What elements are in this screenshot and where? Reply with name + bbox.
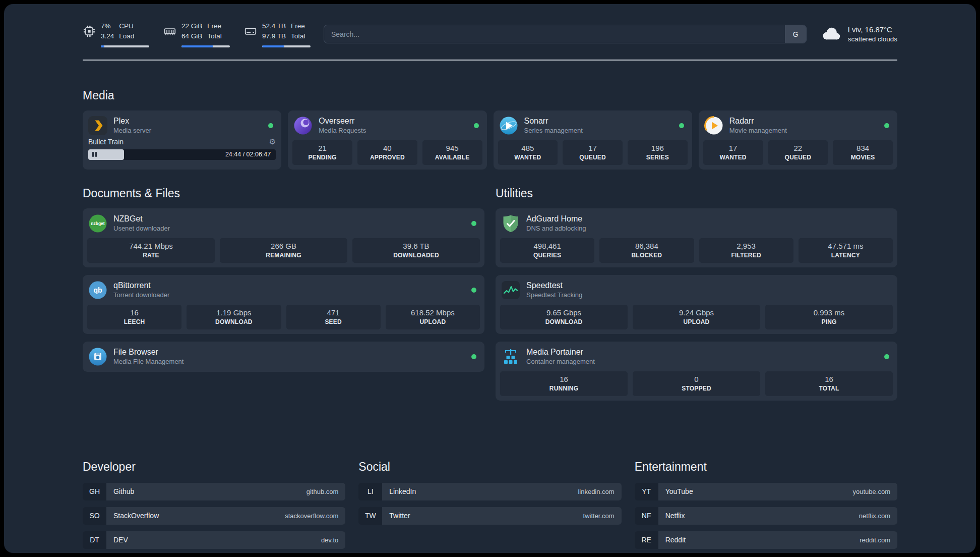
bookmark-github[interactable]: GH Github github.com (83, 483, 345, 500)
playback-progress-fill (88, 149, 124, 160)
memory-total-value: 64 GiB (181, 31, 202, 41)
service-subtitle: Media Requests (319, 127, 366, 134)
stat-remaining: 266 GB REMAINING (220, 238, 347, 263)
bookmark-abbr: YT (635, 483, 658, 500)
stat-wanted: 17 WANTED (703, 140, 763, 165)
section-title-developer: Developer (83, 460, 345, 474)
cpu-progress-fill (101, 45, 104, 47)
bookmark-domain: stackoverflow.com (285, 512, 338, 520)
gear-icon[interactable]: ⚙ (269, 138, 276, 145)
section-title-entertainment: Entertainment (635, 460, 897, 474)
bookmark-name: StackOverflow (113, 512, 159, 520)
status-dot (679, 123, 684, 128)
service-name: Sonarr (524, 117, 583, 126)
bookmark-youtube[interactable]: YT YouTube youtube.com (635, 483, 897, 500)
disk-icon (244, 25, 257, 38)
bookmark-name: Twitter (389, 512, 410, 520)
status-dot (884, 354, 889, 359)
status-dot (471, 221, 476, 226)
stat-queued: 17 QUEUED (563, 140, 623, 165)
adguard-icon (501, 214, 520, 233)
service-name: Overseerr (319, 117, 366, 126)
sonarr-icon (499, 116, 518, 135)
stat-pending: 21 PENDING (292, 140, 352, 165)
section-title-utilities: Utilities (496, 187, 897, 200)
stat-leech: 16 LEECH (87, 305, 181, 329)
topbar-divider (83, 60, 897, 61)
bookmark-abbr: RE (635, 531, 658, 549)
bookmark-name: Reddit (665, 536, 686, 544)
qbittorrent-icon: qb (88, 281, 107, 300)
bookmark-group-developer: Developer GH Github github.com SO StackO… (83, 460, 345, 553)
bookmark-name: YouTube (665, 487, 693, 495)
speedtest-icon (501, 281, 520, 300)
bookmark-abbr: DT (83, 531, 106, 549)
bookmark-abbr: LI (358, 483, 382, 500)
memory-progress-bar (181, 45, 230, 47)
service-card-adguard[interactable]: AdGuard Home DNS and adblocking 498,461 … (496, 208, 897, 267)
service-card-filebrowser[interactable]: File Browser Media File Management (83, 342, 484, 372)
disk-widget: 52.4 TB 97.9 TB Free Total (244, 21, 311, 47)
bookmark-netflix[interactable]: NF Netflix netflix.com (635, 507, 897, 525)
nzbget-icon: nzbget (88, 214, 107, 233)
service-subtitle: Usenet downloader (113, 225, 170, 232)
status-dot (884, 123, 889, 128)
service-card-speedtest[interactable]: Speedtest Speedtest Tracking 9.65 Gbps D… (496, 275, 897, 334)
service-card-radarr[interactable]: Radarr Movie management 17 WANTED 22 QUE… (699, 110, 897, 170)
service-card-sonarr[interactable]: Sonarr Series management 485 WANTED 17 Q… (494, 110, 692, 170)
service-card-portainer[interactable]: Media Portainer Container management 16 … (496, 342, 897, 401)
bookmark-twitter[interactable]: TW Twitter twitter.com (358, 507, 621, 525)
status-dot (471, 288, 476, 293)
service-subtitle: Series management (524, 127, 583, 134)
service-card-qbittorrent[interactable]: qb qBittorrent Torrent downloader (83, 275, 484, 334)
playback-time: 24:44 / 02:06:47 (225, 151, 271, 158)
svg-text:qb: qb (93, 286, 102, 294)
stat-rate: 744.21 Mbps RATE (87, 238, 215, 263)
top-bar: 7% 3.24 CPU Load (83, 4, 897, 47)
bookmark-dev[interactable]: DT DEV dev.to (83, 531, 345, 549)
service-card-nzbget[interactable]: nzbget NZBGet Usenet downloader 74 (83, 208, 484, 267)
search-engine-button[interactable]: G (785, 25, 806, 43)
section-title-media: Media (83, 89, 897, 102)
section-media: Media Plex Media server (83, 89, 897, 170)
bookmark-domain: netflix.com (859, 512, 890, 520)
bookmark-reddit[interactable]: RE Reddit reddit.com (635, 531, 897, 549)
bookmark-linkedin[interactable]: LI LinkedIn linkedin.com (358, 483, 621, 500)
stat-series: 196 SERIES (628, 140, 688, 165)
stat-approved: 40 APPROVED (357, 140, 417, 165)
search-input[interactable] (324, 25, 785, 43)
status-dot (471, 354, 476, 359)
stat-upload: 9.24 Gbps UPLOAD (633, 305, 760, 329)
weather-widget[interactable]: Lviv, 16.87°C scattered clouds (820, 25, 897, 43)
dashboard-page: 7% 3.24 CPU Load (4, 4, 976, 553)
memory-icon (163, 25, 176, 38)
stat-filtered: 2,953 FILTERED (699, 238, 793, 263)
service-subtitle: Media File Management (113, 358, 183, 365)
overseerr-icon (293, 116, 313, 135)
service-card-plex[interactable]: Plex Media server Bullet Train ⚙ (83, 110, 281, 170)
cpu-load-label: Load (119, 31, 134, 41)
stat-movies: 834 MOVIES (833, 140, 893, 165)
playback-progress-bar[interactable]: 24:44 / 02:06:47 (88, 149, 276, 160)
stat-available: 945 AVAILABLE (422, 140, 482, 165)
cpu-icon (83, 25, 96, 38)
service-subtitle: Speedtest Tracking (526, 291, 582, 299)
service-name: Radarr (729, 117, 787, 126)
section-documents: Documents & Files nzbget (83, 187, 484, 401)
bookmark-name: LinkedIn (389, 487, 416, 495)
memory-total-label: Total (207, 31, 222, 41)
section-title-documents: Documents & Files (83, 187, 484, 200)
stat-stopped: 0 STOPPED (633, 371, 760, 396)
stat-download: 1.19 Gbps DOWNLOAD (187, 305, 281, 329)
service-name: Media Portainer (526, 348, 595, 357)
stat-seed: 471 SEED (286, 305, 381, 329)
pause-icon[interactable] (92, 152, 97, 157)
bookmark-abbr: SO (83, 507, 106, 525)
service-card-overseerr[interactable]: Overseerr Media Requests 21 PENDING 40 A… (288, 110, 486, 170)
cpu-usage-value: 7% (101, 21, 114, 31)
service-name: File Browser (113, 348, 183, 357)
memory-progress-fill (181, 45, 213, 47)
stat-queries: 498,461 QUERIES (500, 238, 594, 263)
cpu-widget: 7% 3.24 CPU Load (83, 21, 149, 47)
bookmark-stackoverflow[interactable]: SO StackOverflow stackoverflow.com (83, 507, 345, 525)
